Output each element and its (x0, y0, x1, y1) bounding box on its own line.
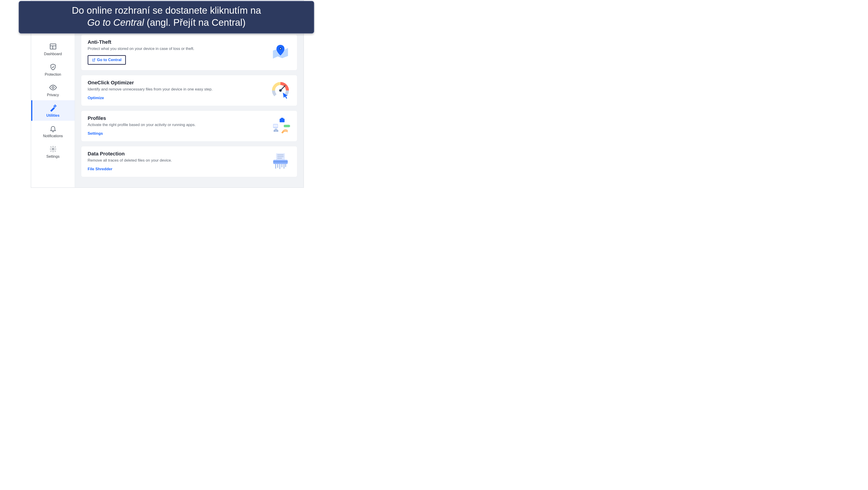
svg-rect-14 (284, 125, 290, 127)
profiles-illustration-icon (270, 116, 291, 135)
sidebar-item-utilities[interactable]: Utilities (31, 100, 75, 121)
sidebar-item-label: Utilities (46, 114, 60, 118)
optimize-button[interactable]: Optimize (88, 96, 104, 100)
gauge-cursor-illustration-icon (270, 81, 291, 99)
sidebar-item-privacy[interactable]: Privacy (31, 80, 75, 100)
svg-point-4 (52, 148, 54, 150)
svg-rect-0 (50, 44, 56, 49)
sidebar-item-label: Protection (44, 73, 61, 77)
action-label: File Shredder (88, 167, 113, 171)
svg-rect-24 (273, 161, 288, 162)
svg-point-16 (274, 131, 275, 132)
banner-emphasis: Go to Central (87, 17, 144, 28)
eye-icon (49, 83, 57, 92)
card-title: Profiles (88, 115, 264, 121)
card-title: Data Protection (88, 151, 264, 157)
svg-point-6 (280, 48, 281, 49)
file-shredder-button[interactable]: File Shredder (88, 167, 113, 171)
external-link-icon (92, 58, 96, 62)
card-anti-theft: Anti-Theft Protect what you stored on yo… (81, 35, 297, 70)
bell-icon (49, 124, 57, 133)
svg-rect-12 (273, 125, 278, 125)
sidebar-item-label: Privacy (47, 93, 59, 97)
card-oneclick-optimizer: OneClick Optimizer Identify and remove u… (81, 75, 297, 106)
svg-point-3 (52, 87, 54, 89)
sidebar-item-label: Dashboard (44, 52, 62, 56)
card-description: Activate the right profile based on your… (88, 123, 264, 127)
banner-suffix: (angl. Přejít na Central) (144, 17, 246, 28)
svg-rect-10 (281, 118, 283, 119)
card-title: OneClick Optimizer (88, 80, 264, 86)
svg-rect-15 (289, 125, 290, 126)
action-label: Optimize (88, 96, 104, 100)
map-pin-illustration-icon (270, 43, 291, 61)
card-description: Remove all traces of deleted files on yo… (88, 158, 264, 163)
svg-line-8 (280, 86, 285, 90)
sidebar-item-settings[interactable]: Settings (31, 141, 75, 162)
sidebar-item-protection[interactable]: Protection (31, 59, 75, 80)
sidebar-item-dashboard[interactable]: Dashboard (31, 39, 75, 59)
profiles-settings-button[interactable]: Settings (88, 131, 103, 136)
svg-point-17 (277, 131, 278, 132)
svg-point-18 (282, 132, 283, 133)
card-description: Protect what you stored on your device i… (88, 47, 264, 51)
action-label: Go to Central (97, 58, 122, 62)
card-profiles: Profiles Activate the right profile base… (81, 111, 297, 141)
card-description: Identify and remove unnecessary files fr… (88, 87, 264, 92)
action-label: Settings (88, 131, 103, 136)
sidebar-item-notifications[interactable]: Notifications (31, 121, 75, 141)
card-title: Anti-Theft (88, 39, 264, 45)
gear-icon (49, 145, 57, 153)
instruction-banner: Do online rozhraní se dostanete kliknutí… (19, 1, 314, 33)
svg-rect-11 (273, 124, 278, 128)
shredder-illustration-icon (270, 152, 291, 170)
shield-check-icon (49, 63, 57, 71)
svg-rect-9 (280, 118, 284, 122)
sidebar-item-label: Settings (46, 154, 60, 158)
dashboard-icon (49, 42, 57, 51)
banner-line1: Do online rozhraní se dostanete kliknutí… (72, 5, 261, 16)
sidebar-item-label: Notifications (43, 134, 63, 138)
go-to-central-button[interactable]: Go to Central (88, 55, 126, 65)
utilities-icon (49, 104, 57, 112)
svg-rect-13 (273, 126, 278, 127)
card-data-protection: Data Protection Remove all traces of del… (81, 146, 297, 177)
